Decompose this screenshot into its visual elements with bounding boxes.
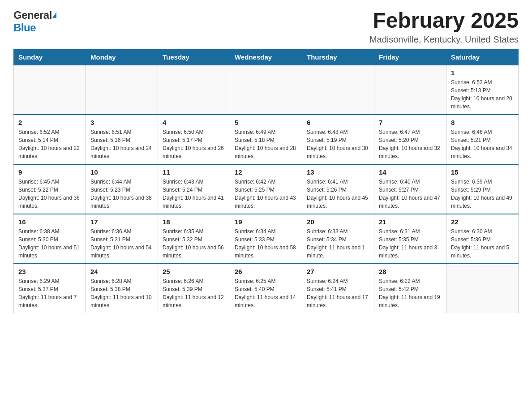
calendar-cell: 2Sunrise: 6:52 AMSunset: 5:14 PMDaylight… [14, 115, 86, 164]
day-info: Sunrise: 6:26 AMSunset: 5:39 PMDaylight:… [163, 277, 225, 309]
calendar-week-row: 23Sunrise: 6:29 AMSunset: 5:37 PMDayligh… [14, 264, 519, 313]
day-number: 10 [90, 168, 153, 176]
day-number: 2 [18, 119, 81, 126]
day-info: Sunrise: 6:41 AMSunset: 5:26 PMDaylight:… [307, 178, 369, 210]
calendar-week-row: 9Sunrise: 6:45 AMSunset: 5:22 PMDaylight… [14, 164, 519, 214]
calendar-cell [446, 264, 519, 313]
day-info: Sunrise: 6:33 AMSunset: 5:34 PMDaylight:… [307, 227, 369, 260]
calendar-cell: 21Sunrise: 6:31 AMSunset: 5:35 PMDayligh… [374, 214, 446, 264]
day-info: Sunrise: 6:29 AMSunset: 5:37 PMDaylight:… [18, 277, 81, 309]
calendar-cell [14, 65, 86, 115]
calendar-header: SundayMondayTuesdayWednesdayThursdayFrid… [14, 49, 519, 65]
day-info: Sunrise: 6:39 AMSunset: 5:29 PMDaylight:… [451, 178, 514, 210]
day-info: Sunrise: 6:25 AMSunset: 5:40 PMDaylight:… [235, 277, 297, 309]
calendar-cell: 28Sunrise: 6:22 AMSunset: 5:42 PMDayligh… [374, 264, 446, 313]
day-info: Sunrise: 6:53 AMSunset: 5:13 PMDaylight:… [451, 78, 514, 111]
location-title: Madisonville, Kentucky, United States [369, 34, 519, 45]
day-number: 21 [379, 218, 442, 226]
calendar-cell: 17Sunrise: 6:36 AMSunset: 5:31 PMDayligh… [86, 214, 158, 264]
calendar-cell: 13Sunrise: 6:41 AMSunset: 5:26 PMDayligh… [302, 164, 374, 214]
calendar-cell: 15Sunrise: 6:39 AMSunset: 5:29 PMDayligh… [446, 164, 519, 214]
day-number: 11 [163, 168, 225, 176]
day-number: 13 [307, 168, 369, 176]
day-info: Sunrise: 6:22 AMSunset: 5:42 PMDaylight:… [379, 277, 442, 309]
calendar-cell: 8Sunrise: 6:46 AMSunset: 5:21 PMDaylight… [446, 115, 519, 164]
calendar-cell: 7Sunrise: 6:47 AMSunset: 5:20 PMDaylight… [374, 115, 446, 164]
day-info: Sunrise: 6:36 AMSunset: 5:31 PMDaylight:… [90, 227, 153, 260]
day-number: 28 [379, 268, 442, 275]
calendar-cell: 23Sunrise: 6:29 AMSunset: 5:37 PMDayligh… [14, 264, 86, 313]
logo: General Blue [13, 9, 56, 34]
day-info: Sunrise: 6:42 AMSunset: 5:25 PMDaylight:… [235, 178, 297, 210]
day-number: 19 [235, 218, 297, 226]
day-number: 18 [163, 218, 225, 226]
day-info: Sunrise: 6:50 AMSunset: 5:17 PMDaylight:… [163, 128, 225, 160]
calendar-cell: 4Sunrise: 6:50 AMSunset: 5:17 PMDaylight… [158, 115, 230, 164]
calendar-cell [86, 65, 158, 115]
day-info: Sunrise: 6:34 AMSunset: 5:33 PMDaylight:… [235, 227, 297, 260]
day-number: 12 [235, 168, 297, 176]
logo-general-text: General [13, 9, 52, 21]
day-info: Sunrise: 6:31 AMSunset: 5:35 PMDaylight:… [379, 227, 442, 260]
calendar-cell: 27Sunrise: 6:24 AMSunset: 5:41 PMDayligh… [302, 264, 374, 313]
calendar-week-row: 2Sunrise: 6:52 AMSunset: 5:14 PMDaylight… [14, 115, 519, 164]
day-number: 17 [90, 218, 153, 226]
day-number: 4 [163, 119, 225, 126]
calendar-cell: 25Sunrise: 6:26 AMSunset: 5:39 PMDayligh… [158, 264, 230, 313]
weekday-header-sunday: Sunday [14, 49, 86, 65]
day-info: Sunrise: 6:40 AMSunset: 5:27 PMDaylight:… [379, 178, 442, 210]
calendar-cell: 26Sunrise: 6:25 AMSunset: 5:40 PMDayligh… [230, 264, 302, 313]
page-header: General Blue February 2025 Madisonville,… [13, 9, 519, 45]
day-info: Sunrise: 6:47 AMSunset: 5:20 PMDaylight:… [379, 128, 442, 160]
logo-blue-text: Blue [13, 21, 36, 34]
day-number: 26 [235, 268, 297, 275]
calendar-cell: 6Sunrise: 6:48 AMSunset: 5:19 PMDaylight… [302, 115, 374, 164]
calendar-body: 1Sunrise: 6:53 AMSunset: 5:13 PMDaylight… [14, 65, 519, 313]
title-area: February 2025 Madisonville, Kentucky, Un… [369, 9, 519, 45]
calendar-cell: 11Sunrise: 6:43 AMSunset: 5:24 PMDayligh… [158, 164, 230, 214]
day-info: Sunrise: 6:52 AMSunset: 5:14 PMDaylight:… [18, 128, 81, 160]
calendar-cell: 16Sunrise: 6:38 AMSunset: 5:30 PMDayligh… [14, 214, 86, 264]
calendar-cell: 19Sunrise: 6:34 AMSunset: 5:33 PMDayligh… [230, 214, 302, 264]
day-number: 16 [18, 218, 81, 226]
day-number: 8 [451, 119, 514, 126]
day-number: 14 [379, 168, 442, 176]
calendar-cell: 3Sunrise: 6:51 AMSunset: 5:16 PMDaylight… [86, 115, 158, 164]
calendar-cell [302, 65, 374, 115]
day-info: Sunrise: 6:35 AMSunset: 5:32 PMDaylight:… [163, 227, 225, 260]
day-number: 15 [451, 168, 514, 176]
day-number: 1 [451, 69, 514, 77]
day-number: 25 [163, 268, 225, 275]
day-info: Sunrise: 6:45 AMSunset: 5:22 PMDaylight:… [18, 178, 81, 210]
day-number: 7 [379, 119, 442, 126]
weekday-header-saturday: Saturday [446, 49, 519, 65]
calendar-cell: 24Sunrise: 6:28 AMSunset: 5:38 PMDayligh… [86, 264, 158, 313]
calendar-week-row: 1Sunrise: 6:53 AMSunset: 5:13 PMDaylight… [14, 65, 519, 115]
calendar-table: SundayMondayTuesdayWednesdayThursdayFrid… [13, 49, 519, 313]
day-number: 27 [307, 268, 369, 275]
calendar-cell: 9Sunrise: 6:45 AMSunset: 5:22 PMDaylight… [14, 164, 86, 214]
calendar-cell: 20Sunrise: 6:33 AMSunset: 5:34 PMDayligh… [302, 214, 374, 264]
weekday-header-row: SundayMondayTuesdayWednesdayThursdayFrid… [14, 49, 519, 65]
day-info: Sunrise: 6:44 AMSunset: 5:23 PMDaylight:… [90, 178, 153, 210]
calendar-cell: 18Sunrise: 6:35 AMSunset: 5:32 PMDayligh… [158, 214, 230, 264]
day-info: Sunrise: 6:51 AMSunset: 5:16 PMDaylight:… [90, 128, 153, 160]
day-info: Sunrise: 6:46 AMSunset: 5:21 PMDaylight:… [451, 128, 514, 160]
day-info: Sunrise: 6:49 AMSunset: 5:18 PMDaylight:… [235, 128, 297, 160]
calendar-cell: 12Sunrise: 6:42 AMSunset: 5:25 PMDayligh… [230, 164, 302, 214]
day-info: Sunrise: 6:28 AMSunset: 5:38 PMDaylight:… [90, 277, 153, 309]
day-number: 23 [18, 268, 81, 275]
day-info: Sunrise: 6:30 AMSunset: 5:36 PMDaylight:… [451, 227, 514, 260]
calendar-cell: 22Sunrise: 6:30 AMSunset: 5:36 PMDayligh… [446, 214, 519, 264]
day-number: 6 [307, 119, 369, 126]
day-info: Sunrise: 6:38 AMSunset: 5:30 PMDaylight:… [18, 227, 81, 260]
weekday-header-monday: Monday [86, 49, 158, 65]
day-number: 20 [307, 218, 369, 226]
day-number: 24 [90, 268, 153, 275]
calendar-cell: 10Sunrise: 6:44 AMSunset: 5:23 PMDayligh… [86, 164, 158, 214]
day-number: 22 [451, 218, 514, 226]
calendar-cell [230, 65, 302, 115]
calendar-cell [158, 65, 230, 115]
calendar-cell: 14Sunrise: 6:40 AMSunset: 5:27 PMDayligh… [374, 164, 446, 214]
day-number: 3 [90, 119, 153, 126]
